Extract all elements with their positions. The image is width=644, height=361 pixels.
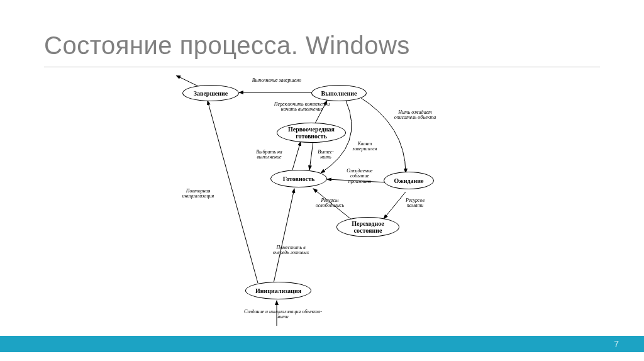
edge-quantum: Квант завершился bbox=[346, 142, 384, 152]
page-number: 7 bbox=[614, 339, 619, 349]
state-diagram: Завершение Выполнение Первоочередная гот… bbox=[151, 75, 503, 327]
edge-resources-freed: Ресурсы освободились bbox=[309, 198, 350, 209]
edge-reinit: Повторная инициализация bbox=[176, 189, 220, 199]
node-transition: Переходное состояние bbox=[336, 217, 399, 237]
edge-mem-resources: Ресурсов памяти bbox=[399, 198, 431, 209]
slide-title: Состояние процесса. Windows bbox=[44, 31, 410, 60]
edge-preempt: Вытес- нить bbox=[313, 150, 338, 160]
node-termination: Завершение bbox=[182, 85, 239, 101]
node-ready: Готовность bbox=[270, 170, 327, 187]
edge-done: Выполнение завершено bbox=[252, 78, 302, 83]
node-initialization: Инициализация bbox=[245, 282, 311, 299]
edge-select: Выбрать на выполнение bbox=[250, 150, 288, 160]
edge-wait-handle: Нить ожидает описатель объекта bbox=[390, 110, 440, 121]
node-running: Выполнение bbox=[311, 85, 367, 101]
edge-enqueue: Поместить в очередь готовых bbox=[270, 245, 311, 256]
edge-create-thread: Создание и инициализация объекта-нити bbox=[242, 309, 324, 320]
edge-event: Ожидаемое событие произошло bbox=[341, 169, 379, 184]
node-waiting: Ожидание bbox=[384, 172, 434, 189]
slide: Состояние процесса. Windows bbox=[0, 0, 644, 361]
edge-context-switch: Переключить контекст и начать выполнение bbox=[274, 102, 330, 113]
title-underline bbox=[44, 67, 600, 67]
footer-bar bbox=[0, 336, 644, 352]
node-primary-ready: Первоочередная готовность bbox=[277, 123, 346, 143]
